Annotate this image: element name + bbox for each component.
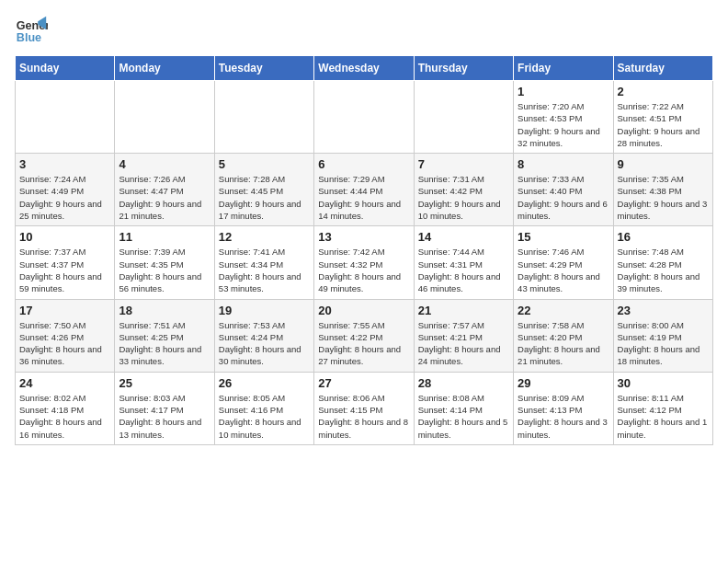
- calendar-cell: [414, 81, 513, 154]
- weekday-header-sunday: Sunday: [16, 56, 115, 81]
- calendar-cell: 1Sunrise: 7:20 AM Sunset: 4:53 PM Daylig…: [514, 81, 613, 154]
- calendar-cell: 27Sunrise: 8:06 AM Sunset: 4:15 PM Dayli…: [314, 372, 414, 444]
- day-number: 8: [518, 157, 609, 171]
- day-number: 13: [318, 230, 409, 244]
- calendar-cell: 19Sunrise: 7:53 AM Sunset: 4:24 PM Dayli…: [214, 299, 313, 372]
- day-info: Sunrise: 7:50 AM Sunset: 4:26 PM Dayligh…: [19, 319, 110, 368]
- day-number: 17: [19, 304, 110, 317]
- calendar-cell: 5Sunrise: 7:28 AM Sunset: 4:45 PM Daylig…: [214, 154, 313, 226]
- day-info: Sunrise: 7:46 AM Sunset: 4:29 PM Dayligh…: [518, 246, 609, 294]
- day-info: Sunrise: 7:28 AM Sunset: 4:45 PM Dayligh…: [219, 173, 310, 222]
- day-number: 19: [219, 304, 310, 317]
- logo: General Blue: [15, 15, 48, 48]
- day-number: 29: [518, 376, 609, 390]
- calendar-week-3: 10Sunrise: 7:37 AM Sunset: 4:37 PM Dayli…: [16, 226, 713, 299]
- header: General Blue: [15, 15, 713, 48]
- day-number: 18: [119, 304, 210, 317]
- day-info: Sunrise: 7:35 AM Sunset: 4:38 PM Dayligh…: [618, 173, 709, 222]
- calendar-cell: 22Sunrise: 7:58 AM Sunset: 4:20 PM Dayli…: [514, 299, 613, 372]
- day-info: Sunrise: 8:03 AM Sunset: 4:17 PM Dayligh…: [119, 392, 210, 441]
- day-info: Sunrise: 8:00 AM Sunset: 4:19 PM Dayligh…: [618, 319, 709, 368]
- calendar-cell: 18Sunrise: 7:51 AM Sunset: 4:25 PM Dayli…: [115, 299, 214, 372]
- day-number: 30: [618, 376, 709, 390]
- day-info: Sunrise: 7:39 AM Sunset: 4:35 PM Dayligh…: [119, 246, 210, 294]
- weekday-header-friday: Friday: [514, 56, 613, 81]
- day-number: 1: [518, 85, 609, 98]
- day-number: 28: [418, 376, 509, 390]
- day-number: 21: [418, 304, 509, 317]
- calendar-cell: 7Sunrise: 7:31 AM Sunset: 4:42 PM Daylig…: [414, 154, 513, 226]
- day-info: Sunrise: 7:24 AM Sunset: 4:49 PM Dayligh…: [19, 173, 110, 222]
- calendar-week-2: 3Sunrise: 7:24 AM Sunset: 4:49 PM Daylig…: [16, 154, 713, 226]
- calendar-week-5: 24Sunrise: 8:02 AM Sunset: 4:18 PM Dayli…: [16, 372, 713, 444]
- day-number: 20: [318, 304, 409, 317]
- weekday-header-tuesday: Tuesday: [214, 56, 313, 81]
- day-number: 27: [318, 376, 409, 390]
- calendar-cell: 6Sunrise: 7:29 AM Sunset: 4:44 PM Daylig…: [314, 154, 414, 226]
- day-info: Sunrise: 7:29 AM Sunset: 4:44 PM Dayligh…: [318, 173, 409, 222]
- calendar-cell: 2Sunrise: 7:22 AM Sunset: 4:51 PM Daylig…: [613, 81, 712, 154]
- day-number: 24: [19, 376, 110, 390]
- day-info: Sunrise: 7:20 AM Sunset: 4:53 PM Dayligh…: [518, 100, 609, 149]
- day-number: 22: [518, 304, 609, 317]
- calendar-cell: 3Sunrise: 7:24 AM Sunset: 4:49 PM Daylig…: [16, 154, 115, 226]
- calendar-cell: 29Sunrise: 8:09 AM Sunset: 4:13 PM Dayli…: [514, 372, 613, 444]
- day-number: 4: [119, 157, 210, 171]
- day-info: Sunrise: 7:57 AM Sunset: 4:21 PM Dayligh…: [418, 319, 509, 368]
- weekday-header-thursday: Thursday: [414, 56, 513, 81]
- day-info: Sunrise: 7:44 AM Sunset: 4:31 PM Dayligh…: [418, 246, 509, 294]
- calendar-cell: 30Sunrise: 8:11 AM Sunset: 4:12 PM Dayli…: [613, 372, 712, 444]
- weekday-header-monday: Monday: [115, 56, 214, 81]
- day-info: Sunrise: 7:33 AM Sunset: 4:40 PM Dayligh…: [518, 173, 609, 222]
- day-number: 11: [119, 230, 210, 244]
- weekday-header-wednesday: Wednesday: [314, 56, 414, 81]
- day-number: 26: [219, 376, 310, 390]
- day-info: Sunrise: 7:22 AM Sunset: 4:51 PM Dayligh…: [618, 100, 709, 149]
- calendar-cell: 10Sunrise: 7:37 AM Sunset: 4:37 PM Dayli…: [16, 226, 115, 299]
- calendar-body: 1Sunrise: 7:20 AM Sunset: 4:53 PM Daylig…: [16, 81, 713, 445]
- day-number: 25: [119, 376, 210, 390]
- svg-text:Blue: Blue: [17, 31, 41, 44]
- weekday-header-row: SundayMondayTuesdayWednesdayThursdayFrid…: [16, 56, 713, 81]
- day-info: Sunrise: 7:41 AM Sunset: 4:34 PM Dayligh…: [219, 246, 310, 294]
- calendar-cell: 11Sunrise: 7:39 AM Sunset: 4:35 PM Dayli…: [115, 226, 214, 299]
- day-number: 12: [219, 230, 310, 244]
- day-number: 6: [318, 157, 409, 171]
- day-info: Sunrise: 7:51 AM Sunset: 4:25 PM Dayligh…: [119, 319, 210, 368]
- calendar-cell: 17Sunrise: 7:50 AM Sunset: 4:26 PM Dayli…: [16, 299, 115, 372]
- day-number: 7: [418, 157, 509, 171]
- day-number: 3: [19, 157, 110, 171]
- calendar-cell: 26Sunrise: 8:05 AM Sunset: 4:16 PM Dayli…: [214, 372, 313, 444]
- day-info: Sunrise: 8:09 AM Sunset: 4:13 PM Dayligh…: [518, 392, 609, 441]
- day-number: 14: [418, 230, 509, 244]
- calendar-table: SundayMondayTuesdayWednesdayThursdayFrid…: [15, 55, 713, 445]
- day-info: Sunrise: 7:55 AM Sunset: 4:22 PM Dayligh…: [318, 319, 409, 368]
- calendar-cell: 9Sunrise: 7:35 AM Sunset: 4:38 PM Daylig…: [613, 154, 712, 226]
- day-info: Sunrise: 7:26 AM Sunset: 4:47 PM Dayligh…: [119, 173, 210, 222]
- calendar-week-1: 1Sunrise: 7:20 AM Sunset: 4:53 PM Daylig…: [16, 81, 713, 154]
- calendar-cell: 28Sunrise: 8:08 AM Sunset: 4:14 PM Dayli…: [414, 372, 513, 444]
- calendar-cell: 14Sunrise: 7:44 AM Sunset: 4:31 PM Dayli…: [414, 226, 513, 299]
- calendar-cell: 24Sunrise: 8:02 AM Sunset: 4:18 PM Dayli…: [16, 372, 115, 444]
- calendar-cell: 12Sunrise: 7:41 AM Sunset: 4:34 PM Dayli…: [214, 226, 313, 299]
- calendar-cell: 25Sunrise: 8:03 AM Sunset: 4:17 PM Dayli…: [115, 372, 214, 444]
- calendar-cell: [314, 81, 414, 154]
- calendar-cell: 20Sunrise: 7:55 AM Sunset: 4:22 PM Dayli…: [314, 299, 414, 372]
- calendar-week-4: 17Sunrise: 7:50 AM Sunset: 4:26 PM Dayli…: [16, 299, 713, 372]
- day-info: Sunrise: 8:02 AM Sunset: 4:18 PM Dayligh…: [19, 392, 110, 441]
- day-number: 5: [219, 157, 310, 171]
- weekday-header-saturday: Saturday: [613, 56, 712, 81]
- calendar-cell: 23Sunrise: 8:00 AM Sunset: 4:19 PM Dayli…: [613, 299, 712, 372]
- calendar-cell: 8Sunrise: 7:33 AM Sunset: 4:40 PM Daylig…: [514, 154, 613, 226]
- day-info: Sunrise: 8:05 AM Sunset: 4:16 PM Dayligh…: [219, 392, 310, 441]
- calendar-cell: 15Sunrise: 7:46 AM Sunset: 4:29 PM Dayli…: [514, 226, 613, 299]
- day-info: Sunrise: 8:06 AM Sunset: 4:15 PM Dayligh…: [318, 392, 409, 441]
- day-number: 23: [618, 304, 709, 317]
- day-number: 10: [19, 230, 110, 244]
- calendar-cell: [115, 81, 214, 154]
- day-number: 2: [618, 85, 709, 98]
- calendar-cell: [16, 81, 115, 154]
- day-number: 9: [618, 157, 709, 171]
- day-info: Sunrise: 7:37 AM Sunset: 4:37 PM Dayligh…: [19, 246, 110, 294]
- calendar-cell: [214, 81, 313, 154]
